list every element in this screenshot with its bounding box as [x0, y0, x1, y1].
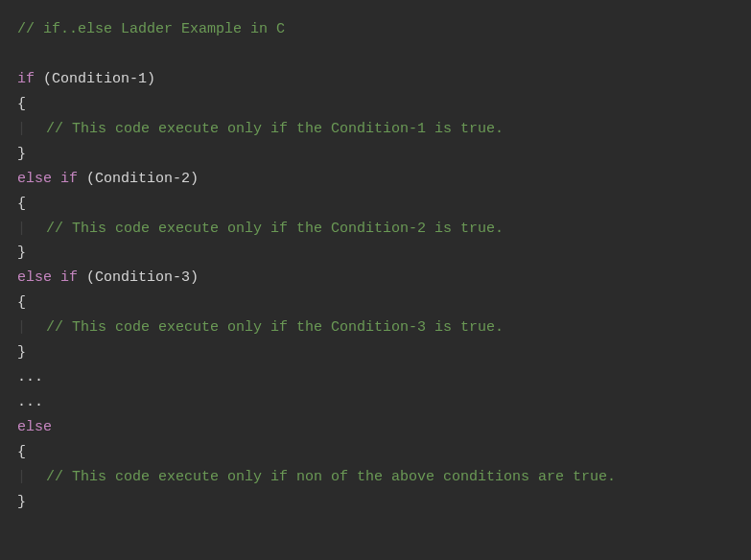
code-line-2-blank — [17, 42, 734, 67]
close-brace: } — [17, 146, 26, 162]
indent-guide-icon: | — [17, 315, 26, 340]
code-line-7: else if (Condition-2) — [17, 167, 734, 192]
space — [52, 269, 60, 286]
ellipsis: ... — [17, 369, 43, 385]
code-line-13: |// This code execute only if the Condit… — [17, 315, 734, 340]
code-line-17: else — [17, 415, 734, 440]
open-paren: ( — [43, 71, 52, 87]
comment-text: // if..else Ladder Example in C — [17, 21, 285, 37]
if-keyword: if — [60, 269, 78, 286]
close-paren: ) — [147, 71, 155, 87]
code-line-4: { — [17, 92, 734, 117]
code-line-12: { — [17, 291, 734, 315]
close-paren: ) — [190, 171, 199, 187]
comment-text: // This code execute only if the Conditi… — [17, 221, 504, 237]
close-brace: } — [17, 494, 26, 510]
open-brace: { — [17, 444, 26, 460]
indent-guide-icon: | — [17, 117, 26, 142]
open-paren: ( — [86, 269, 95, 286]
close-brace: } — [17, 344, 26, 361]
code-line-10: } — [17, 241, 734, 266]
code-line-5: |// This code execute only if the Condit… — [17, 117, 734, 142]
code-line-11: else if (Condition-3) — [17, 266, 734, 291]
code-line-8: { — [17, 192, 734, 217]
open-brace: { — [17, 96, 26, 112]
code-line-20: } — [17, 490, 734, 515]
else-keyword: else — [17, 269, 52, 286]
comment-text: // This code execute only if the Conditi… — [17, 121, 504, 137]
condition-text: Condition-3 — [95, 269, 190, 286]
indent-guide-icon: | — [17, 217, 26, 242]
code-block: // if..else Ladder Example in C if (Cond… — [17, 17, 734, 515]
space — [52, 171, 60, 187]
code-line-9: |// This code execute only if the Condit… — [17, 217, 734, 242]
code-line-6: } — [17, 142, 734, 167]
indent-guide-icon: | — [17, 465, 26, 490]
open-brace: { — [17, 294, 26, 311]
code-line-19: |// This code execute only if non of the… — [17, 465, 734, 490]
space — [35, 71, 43, 87]
else-keyword: else — [17, 171, 52, 187]
code-line-15: ... — [17, 365, 734, 390]
code-line-3: if (Condition-1) — [17, 67, 734, 92]
space — [78, 269, 86, 286]
code-line-16: ... — [17, 390, 734, 415]
condition-text: Condition-2 — [95, 171, 190, 187]
close-brace: } — [17, 245, 26, 261]
comment-text: // This code execute only if the Conditi… — [17, 319, 504, 336]
if-keyword: if — [60, 171, 78, 187]
else-keyword: else — [17, 419, 52, 435]
condition-text: Condition-1 — [52, 71, 147, 87]
code-line-14: } — [17, 340, 734, 365]
code-line-1: // if..else Ladder Example in C — [17, 17, 734, 42]
if-keyword: if — [17, 71, 35, 87]
space — [78, 171, 86, 187]
code-line-18: { — [17, 440, 734, 465]
open-brace: { — [17, 196, 26, 212]
open-paren: ( — [86, 171, 95, 187]
comment-text: // This code execute only if non of the … — [17, 469, 616, 485]
close-paren: ) — [190, 269, 199, 286]
ellipsis: ... — [17, 394, 43, 410]
